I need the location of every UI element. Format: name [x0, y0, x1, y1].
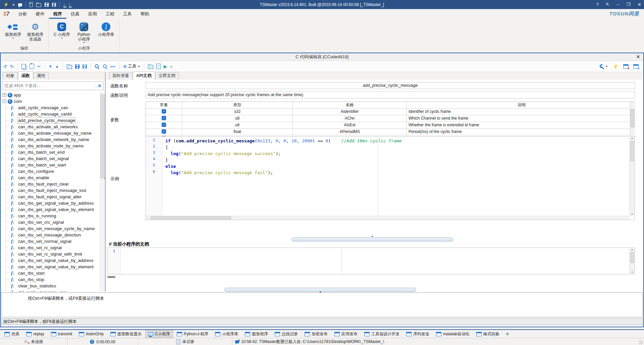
collapse-panel-icon[interactable]: ‹ [104, 176, 106, 181]
scroll-up-icon[interactable]: ▲ [631, 137, 633, 140]
panel-button-Python小程序[interactable]: Python小程序 [174, 330, 211, 338]
splitter-handle-bottom[interactable]: ▼ [224, 288, 416, 292]
open-file-icon[interactable] [67, 65, 72, 69]
tree-item[interactable]: fxcan_rbs_batch_set_start [2, 162, 100, 168]
checkbox-checked-icon[interactable]: ✓ [162, 123, 166, 127]
ribbon-button[interactable]: CC 小程序▾ [51, 20, 73, 45]
tree-item[interactable]: fxcan_rbs_set_message_cycle_by_name [2, 225, 100, 232]
tree-node-com[interactable]: −Ccom [2, 98, 100, 105]
tree-item[interactable]: fxcan_rbs_fault_inject_message_lost [2, 187, 100, 194]
tree-node-app[interactable]: +Capp [2, 92, 100, 98]
move-down-icon[interactable]: ▼ [49, 64, 52, 68]
copy-icon[interactable] [21, 64, 25, 69]
scrollbar-thumb[interactable] [631, 109, 635, 127]
search-replace-icon[interactable] [103, 64, 108, 69]
panel-button-加密发布[interactable]: 加密发布 [302, 330, 331, 338]
panel-button-格式转换[interactable]: 格式转换 [473, 330, 502, 338]
tree-item[interactable]: fxcan_rbs_set_signal_value_by_address [2, 257, 100, 264]
params-scrollbar[interactable] [630, 102, 635, 136]
filter-input[interactable] [2, 83, 96, 88]
mini-scrollbar[interactable] [107, 276, 115, 278]
checkbox-checked-icon[interactable]: ✓ [162, 109, 166, 114]
tree-item[interactable]: fxcan_rbs_set_rc_signal [2, 245, 100, 251]
save-as-icon[interactable] [83, 64, 87, 69]
tree-item[interactable]: fxcan_rbs_activate_all_networks [2, 124, 100, 130]
tree-item[interactable]: fxdel_cyclic_message_can [2, 289, 100, 292]
tree-item[interactable]: fxcan_rbs_set_crc_signal [2, 219, 100, 225]
tree-item[interactable]: fxcan_rbs_fault_inject_signal_alter [2, 194, 100, 200]
tree-item[interactable]: fxcan_rbs_fault_inject_clear [2, 181, 100, 187]
panel-button-应用发布[interactable]: 应用发布 [331, 330, 361, 338]
tree-item[interactable]: fxadd_precise_cyclic_message [2, 117, 100, 124]
ribbon-button[interactable]: Python 小程序▾ [73, 20, 95, 45]
app-logo-icon[interactable]: 57 [3, 11, 9, 17]
panel-button-工具箱设计开发[interactable]: 工具箱设计开发 [361, 330, 402, 338]
tree-item[interactable]: fxcan_rbs_get_signal_value_by_element [2, 206, 100, 213]
tree-item[interactable]: fxcan_rbs_activate_node_by_name [2, 143, 100, 149]
ribbon-button[interactable]: ∫小程序库 [95, 20, 117, 45]
open-script-icon[interactable] [148, 65, 153, 69]
tab-right-3[interactable]: 立即文档 [155, 72, 179, 80]
panel-button-listenOnly[interactable]: listenOnly [76, 331, 107, 337]
tree-item[interactable]: fxcan_rbs_set_normal_signal [2, 238, 100, 245]
scrollbar-thumb[interactable] [151, 216, 231, 219]
tree-item[interactable]: fxcan_rbs_enable [2, 175, 100, 181]
add-panel-icon[interactable]: + [503, 331, 512, 337]
menu-item-3[interactable]: 程序 [49, 9, 66, 19]
collapse-icon[interactable]: − [3, 99, 6, 103]
ribbon-button[interactable]: 图形程序▾ [2, 20, 24, 45]
tools-menu[interactable]: ⚙ 工具 ▼ [123, 63, 141, 69]
tab-left-1[interactable]: 对象 [3, 72, 18, 80]
redo-icon[interactable]: ↻ [10, 64, 14, 69]
menu-item-8[interactable]: 帮助 [136, 9, 154, 19]
ribbon-button[interactable]: ⚙图形程序 生成器 [24, 20, 46, 45]
message-icon[interactable] [18, 3, 22, 6]
move-up-icon[interactable]: ▲ [55, 64, 59, 68]
undo-icon[interactable]: ↺ [3, 64, 7, 69]
scroll-down-icon[interactable]: ▼ [631, 213, 633, 216]
scrollbar-thumb[interactable] [630, 252, 634, 263]
scroll-up-icon[interactable]: ▲ [631, 248, 633, 251]
scrollbar-thumb[interactable] [630, 141, 634, 161]
panel-button-总线记录[interactable]: 总线记录 [272, 330, 301, 338]
cut-icon[interactable]: ✂ [37, 64, 41, 69]
maximize-icon[interactable]: ❐ [626, 2, 630, 7]
save-project-icon[interactable] [45, 3, 49, 7]
minimize-icon[interactable]: – [616, 2, 619, 7]
example-code-editor[interactable]: 123456 if (com.add_precise_cyclic_messag… [146, 136, 635, 220]
tab-left-3[interactable]: 属性 [34, 72, 49, 80]
check-script-icon[interactable] [156, 64, 161, 69]
export-icon[interactable]: ↑ [68, 2, 70, 7]
editor-window-titlebar[interactable]: C 代码编辑器 [CCode4818] ✕ [1, 53, 643, 61]
compile-lightning-icon[interactable]: ⚡ [613, 64, 619, 69]
panel-button-matalab自动化[interactable]: matalab自动化 [433, 330, 473, 338]
function-name-field[interactable]: add_precise_cyclic_message [146, 82, 635, 89]
tree-scrollbar[interactable] [100, 92, 105, 292]
resize-grip[interactable] [639, 340, 643, 344]
scroll-down-icon[interactable]: ▼ [631, 271, 633, 274]
doc-code-editor[interactable]: 1 ▲ ▼ [107, 248, 635, 274]
panel-button-图形数值显示[interactable]: 图形数值显示 [107, 330, 145, 338]
rename-icon[interactable]: a=n [111, 65, 115, 68]
menu-item-6[interactable]: 工程 [101, 9, 119, 19]
panel-button-replay[interactable]: replay [23, 331, 47, 337]
tree-item[interactable]: fxcan_rbs_activate_network_by_name [2, 136, 100, 143]
tree-item[interactable]: fxcan_rbs_configure [2, 168, 100, 175]
tree-item[interactable]: fxcan_rbs_batch_set_end [2, 149, 100, 155]
tree-item[interactable]: fxclear_bus_statistics [2, 283, 100, 289]
settings-wrench-menu[interactable]: ▼ [599, 64, 608, 69]
search-icon[interactable] [95, 64, 100, 69]
close-window-icon[interactable] [623, 64, 629, 69]
scrollbar-thumb[interactable] [101, 94, 105, 178]
menu-item-2[interactable]: 硬件 [32, 9, 49, 19]
panel-button-序列发送[interactable]: 序列发送 [403, 330, 432, 338]
pin-top-icon[interactable]: ⇱ [606, 2, 609, 7]
code-area[interactable]: if (com.add_precise_cyclic_message(0x123… [165, 138, 629, 176]
tab-right-2[interactable]: API文档 [133, 71, 155, 80]
panel-button-C小程序[interactable]: C小程序 [145, 330, 173, 338]
splitter-handle-top[interactable]: ▲ [291, 237, 453, 242]
tab-right-1[interactable]: 实时变量 [109, 72, 132, 80]
tree-item[interactable]: fxcan_rbs_batch_set_signal [2, 155, 100, 162]
tree-item[interactable]: fxcan_rbs_activate_message_by_name [2, 130, 100, 136]
import-icon[interactable]: ↓ [63, 2, 65, 7]
